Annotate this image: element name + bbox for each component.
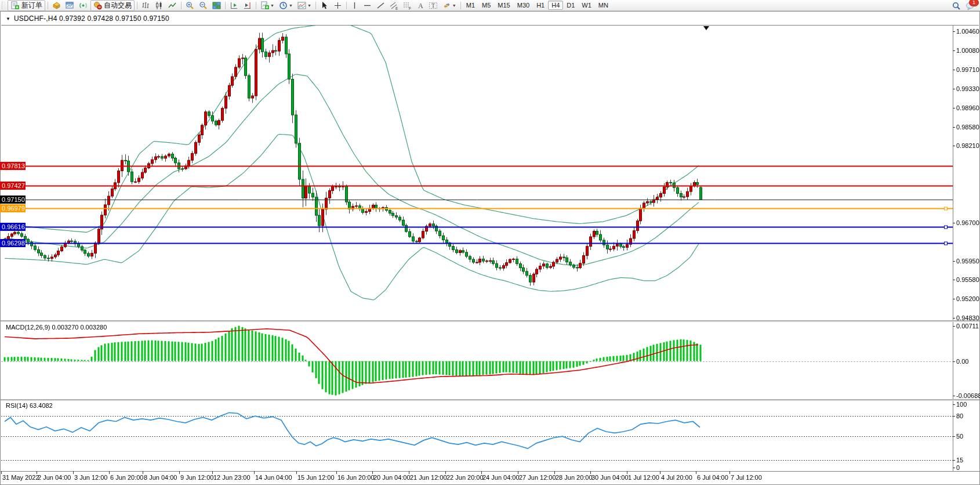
time-axis-label: 3 Jun 12:00 <box>74 474 108 481</box>
price-axis-tick: 0.98960 <box>956 104 979 111</box>
time-axis-label: 24 Jun 04:00 <box>482 474 520 481</box>
price-axis-tick: 0.95950 <box>956 258 979 265</box>
rsi-axis-tick: 80 <box>956 412 963 419</box>
rsi-axis-tick: 15 <box>956 457 963 464</box>
time-axis-label: 9 Jun 12:00 <box>180 474 214 481</box>
price-axis-tick: 0.99710 <box>956 66 979 73</box>
time-axis-label: 15 Jun 12:00 <box>297 474 335 481</box>
chart-canvas[interactable] <box>0 0 980 485</box>
time-axis-label: 2 Jun 04:00 <box>38 474 71 481</box>
rsi-axis-tick: 0 <box>956 464 960 471</box>
time-axis-label: 14 Jun 04:00 <box>255 474 292 481</box>
rsi-indicator-label: RSI(14) 63.4082 <box>6 402 53 409</box>
price-tag: 0.97150 <box>0 196 26 204</box>
time-axis-label: 16 Jun 20:00 <box>337 474 375 481</box>
time-axis-label: 8 Jun 04:00 <box>144 474 177 481</box>
rsi-axis-tick: 100 <box>956 401 967 408</box>
rsi-axis-tick: 50 <box>956 433 963 440</box>
mt4-terminal: { "toolbar": { "new_order_label": "新订单",… <box>0 0 980 485</box>
price-axis-tick: 0.96700 <box>956 219 979 226</box>
macd-pane-divider[interactable] <box>1 320 979 322</box>
price-axis-tick: 0.99330 <box>956 85 979 92</box>
time-axis-label: 7 Jul 12:00 <box>731 474 762 481</box>
price-tag: 0.96979 <box>0 204 26 212</box>
time-axis-label: 30 Jun 04:00 <box>591 474 629 481</box>
price-tag: 0.97427 <box>0 182 26 190</box>
chart-shift-marker-icon <box>703 26 709 30</box>
time-axis-label: 4 Jul 20:00 <box>661 474 692 481</box>
price-axis-tick: 0.95200 <box>956 295 979 302</box>
price-axis-tick: 0.98210 <box>956 142 979 149</box>
price-tag: 0.96616 <box>0 223 26 231</box>
price-axis-tick: 1.00080 <box>956 47 979 54</box>
price-axis-tick: 1.00460 <box>956 28 979 35</box>
time-axis-label: 6 Jun 20:00 <box>110 474 144 481</box>
time-axis-label: 6 Jul 04:00 <box>697 474 728 481</box>
price-axis-tick: 0.98580 <box>956 124 979 131</box>
time-axis-label: 21 Jun 12:00 <box>410 474 447 481</box>
rsi-pane-divider[interactable] <box>1 399 979 401</box>
time-axis-label: 1 Jul 12:00 <box>628 474 659 481</box>
time-axis-label: 31 May 2022 <box>2 474 39 481</box>
time-axis-label: 27 Jun 12:00 <box>519 474 556 481</box>
macd-axis-tick: 0.00711 <box>956 323 979 330</box>
price-axis-tick: 0.95580 <box>956 276 979 283</box>
macd-axis-tick: 0.00 <box>956 358 968 365</box>
time-axis-label: 20 Jun 04:00 <box>373 474 411 481</box>
time-axis-label: 12 Jun 23:00 <box>213 474 251 481</box>
time-axis-label: 22 Jun 20:00 <box>447 474 484 481</box>
macd-indicator-label: MACD(12,26,9) 0.003270 0.003280 <box>6 324 107 331</box>
price-tag: 0.97813 <box>0 162 26 170</box>
time-axis-label: 28 Jun 20:00 <box>556 474 593 481</box>
price-tag: 0.96298 <box>0 239 26 247</box>
macd-axis-tick: -0.006888 <box>956 392 980 399</box>
